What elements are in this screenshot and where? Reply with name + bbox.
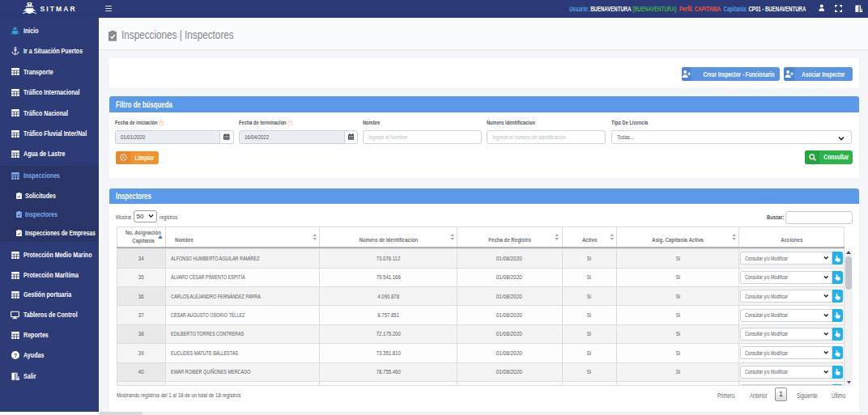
svg-text:?: ? (13, 353, 16, 359)
